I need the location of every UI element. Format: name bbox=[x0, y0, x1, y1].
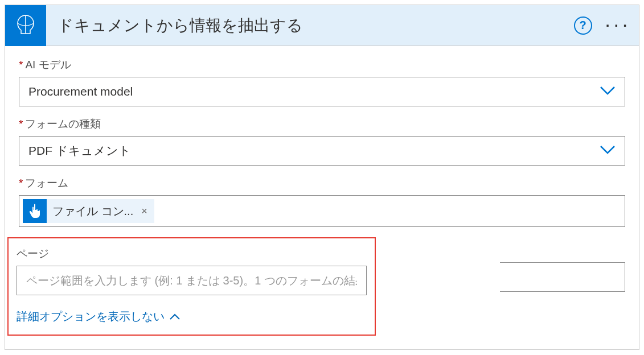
ai-model-label: *AI モデル bbox=[19, 57, 625, 72]
touch-icon bbox=[23, 199, 47, 223]
card-title: ドキュメントから情報を抽出する bbox=[58, 15, 574, 36]
form-field: *フォーム ファイル コン... × bbox=[19, 176, 625, 227]
chevron-down-icon bbox=[600, 86, 616, 97]
page-input-extension[interactable] bbox=[500, 262, 625, 292]
card-body: *AI モデル Procurement model *フォームの種類 PDF ド… bbox=[5, 46, 639, 349]
ai-builder-icon bbox=[5, 5, 46, 46]
advanced-toggle-label: 詳細オプションを表示しない bbox=[17, 309, 165, 324]
ai-model-select[interactable]: Procurement model bbox=[19, 77, 625, 106]
ai-model-value: Procurement model bbox=[28, 85, 600, 98]
page-field: ページ bbox=[17, 246, 367, 295]
header-actions: ? · · · bbox=[574, 16, 632, 35]
token-remove-icon[interactable]: × bbox=[139, 205, 154, 217]
required-marker: * bbox=[19, 177, 23, 189]
form-label: *フォーム bbox=[19, 176, 625, 191]
action-card: ドキュメントから情報を抽出する ? · · · *AI モデル Procurem… bbox=[5, 5, 639, 350]
highlighted-section: ページ 詳細オプションを表示しない bbox=[7, 237, 376, 336]
more-menu-icon[interactable]: · · · bbox=[601, 18, 632, 34]
help-icon[interactable]: ? bbox=[574, 16, 592, 35]
page-label: ページ bbox=[17, 246, 367, 261]
ai-model-field: *AI モデル Procurement model bbox=[19, 57, 625, 106]
form-type-field: *フォームの種類 PDF ドキュメント bbox=[19, 117, 625, 166]
token-label: ファイル コン... bbox=[47, 204, 139, 219]
chevron-up-icon bbox=[169, 310, 181, 323]
page-input[interactable] bbox=[17, 266, 367, 295]
form-type-label: *フォームの種類 bbox=[19, 117, 625, 131]
form-type-value: PDF ドキュメント bbox=[28, 143, 600, 159]
required-marker: * bbox=[19, 118, 23, 130]
page-row: ページ 詳細オプションを表示しない bbox=[19, 237, 625, 336]
card-header: ドキュメントから情報を抽出する ? · · · bbox=[5, 5, 639, 46]
required-marker: * bbox=[19, 59, 23, 71]
file-content-token[interactable]: ファイル コン... × bbox=[23, 199, 154, 223]
chevron-down-icon bbox=[600, 145, 616, 156]
advanced-options-toggle[interactable]: 詳細オプションを表示しない bbox=[17, 309, 367, 324]
form-token-input[interactable]: ファイル コン... × bbox=[19, 195, 625, 227]
form-type-select[interactable]: PDF ドキュメント bbox=[19, 136, 625, 166]
